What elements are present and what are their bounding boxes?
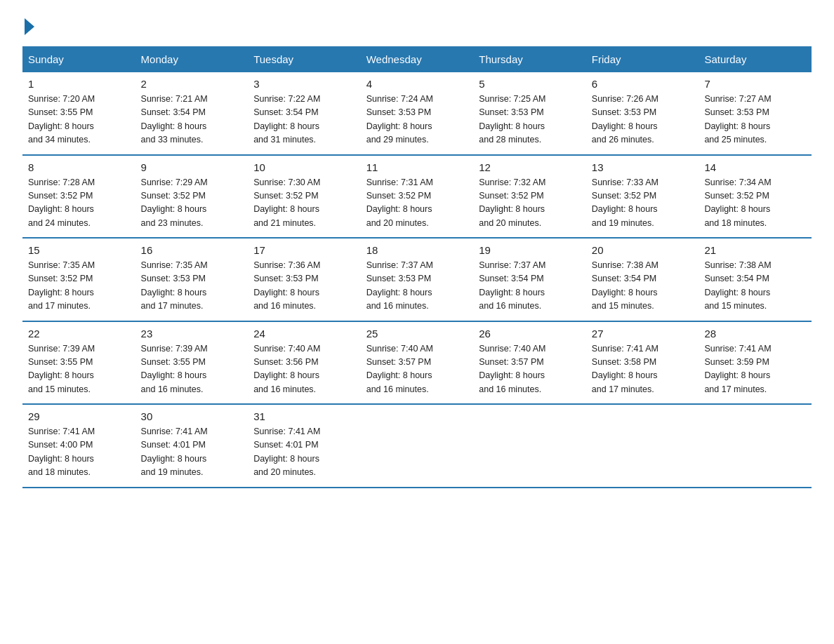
day-number: 26	[479, 328, 581, 340]
calendar-week-row: 1 Sunrise: 7:20 AM Sunset: 3:55 PM Dayli…	[22, 72, 812, 155]
day-info: Sunrise: 7:24 AM Sunset: 3:53 PM Dayligh…	[366, 93, 468, 147]
calendar-cell: 6 Sunrise: 7:26 AM Sunset: 3:53 PM Dayli…	[586, 72, 699, 155]
day-info: Sunrise: 7:37 AM Sunset: 3:54 PM Dayligh…	[479, 259, 581, 314]
day-number: 3	[253, 78, 355, 90]
day-number: 15	[28, 244, 130, 256]
day-number: 21	[704, 244, 806, 256]
day-info: Sunrise: 7:40 AM Sunset: 3:57 PM Dayligh…	[479, 342, 581, 397]
day-number: 27	[592, 328, 694, 340]
day-number: 25	[366, 328, 468, 340]
logo-arrow-icon	[25, 18, 34, 35]
day-info: Sunrise: 7:21 AM Sunset: 3:54 PM Dayligh…	[141, 93, 243, 147]
day-info: Sunrise: 7:38 AM Sunset: 3:54 PM Dayligh…	[592, 259, 694, 314]
calendar-cell: 25 Sunrise: 7:40 AM Sunset: 3:57 PM Dayl…	[361, 321, 474, 405]
day-number: 10	[253, 161, 355, 173]
day-number: 23	[141, 328, 243, 340]
day-number: 30	[141, 410, 243, 422]
day-info: Sunrise: 7:40 AM Sunset: 3:56 PM Dayligh…	[253, 342, 355, 397]
day-info: Sunrise: 7:35 AM Sunset: 3:52 PM Dayligh…	[28, 259, 130, 314]
calendar-cell: 24 Sunrise: 7:40 AM Sunset: 3:56 PM Dayl…	[248, 321, 361, 405]
day-number: 6	[592, 78, 694, 90]
calendar-cell: 3 Sunrise: 7:22 AM Sunset: 3:54 PM Dayli…	[248, 72, 361, 155]
calendar-cell: 28 Sunrise: 7:41 AM Sunset: 3:59 PM Dayl…	[699, 321, 812, 405]
day-info: Sunrise: 7:20 AM Sunset: 3:55 PM Dayligh…	[28, 93, 130, 147]
day-number: 29	[28, 410, 130, 422]
day-number: 5	[479, 78, 581, 90]
calendar-week-row: 29 Sunrise: 7:41 AM Sunset: 4:00 PM Dayl…	[22, 404, 812, 488]
day-number: 13	[592, 161, 694, 173]
day-number: 31	[253, 410, 355, 422]
header-friday: Friday	[586, 46, 699, 72]
calendar-cell: 15 Sunrise: 7:35 AM Sunset: 3:52 PM Dayl…	[22, 238, 135, 321]
day-number: 16	[141, 244, 243, 256]
day-info: Sunrise: 7:35 AM Sunset: 3:53 PM Dayligh…	[141, 259, 243, 314]
day-number: 4	[366, 78, 468, 90]
calendar-cell: 31 Sunrise: 7:41 AM Sunset: 4:01 PM Dayl…	[248, 404, 361, 488]
day-info: Sunrise: 7:39 AM Sunset: 3:55 PM Dayligh…	[28, 342, 130, 397]
day-number: 18	[366, 244, 468, 256]
day-info: Sunrise: 7:32 AM Sunset: 3:52 PM Dayligh…	[479, 176, 581, 231]
day-number: 14	[704, 161, 806, 173]
calendar-cell: 26 Sunrise: 7:40 AM Sunset: 3:57 PM Dayl…	[473, 321, 586, 405]
calendar-cell: 23 Sunrise: 7:39 AM Sunset: 3:55 PM Dayl…	[135, 321, 249, 405]
calendar-cell	[473, 404, 586, 488]
day-info: Sunrise: 7:30 AM Sunset: 3:52 PM Dayligh…	[253, 176, 355, 231]
day-number: 9	[141, 161, 243, 173]
day-info: Sunrise: 7:41 AM Sunset: 3:58 PM Dayligh…	[592, 342, 694, 397]
day-number: 19	[479, 244, 581, 256]
page-header	[22, 17, 812, 35]
calendar-cell: 12 Sunrise: 7:32 AM Sunset: 3:52 PM Dayl…	[473, 155, 586, 239]
header-thursday: Thursday	[473, 46, 586, 72]
calendar-week-row: 15 Sunrise: 7:35 AM Sunset: 3:52 PM Dayl…	[22, 238, 812, 321]
calendar-cell: 2 Sunrise: 7:21 AM Sunset: 3:54 PM Dayli…	[135, 72, 249, 155]
day-number: 2	[141, 78, 243, 90]
day-number: 28	[704, 328, 806, 340]
calendar-cell	[586, 404, 699, 488]
day-info: Sunrise: 7:41 AM Sunset: 3:59 PM Dayligh…	[704, 342, 806, 397]
day-number: 1	[28, 78, 130, 90]
calendar-cell: 10 Sunrise: 7:30 AM Sunset: 3:52 PM Dayl…	[248, 155, 361, 239]
day-info: Sunrise: 7:26 AM Sunset: 3:53 PM Dayligh…	[592, 93, 694, 147]
day-info: Sunrise: 7:39 AM Sunset: 3:55 PM Dayligh…	[141, 342, 243, 397]
calendar-cell: 9 Sunrise: 7:29 AM Sunset: 3:52 PM Dayli…	[135, 155, 249, 239]
calendar-cell: 11 Sunrise: 7:31 AM Sunset: 3:52 PM Dayl…	[361, 155, 474, 239]
day-info: Sunrise: 7:29 AM Sunset: 3:52 PM Dayligh…	[141, 176, 243, 231]
calendar-cell: 4 Sunrise: 7:24 AM Sunset: 3:53 PM Dayli…	[361, 72, 474, 155]
header-monday: Monday	[135, 46, 249, 72]
calendar-cell: 17 Sunrise: 7:36 AM Sunset: 3:53 PM Dayl…	[248, 238, 361, 321]
day-info: Sunrise: 7:34 AM Sunset: 3:52 PM Dayligh…	[704, 176, 806, 231]
day-number: 8	[28, 161, 130, 173]
logo	[22, 17, 34, 35]
calendar-cell: 16 Sunrise: 7:35 AM Sunset: 3:53 PM Dayl…	[135, 238, 249, 321]
calendar-cell: 19 Sunrise: 7:37 AM Sunset: 3:54 PM Dayl…	[473, 238, 586, 321]
day-info: Sunrise: 7:31 AM Sunset: 3:52 PM Dayligh…	[366, 176, 468, 231]
day-info: Sunrise: 7:41 AM Sunset: 4:00 PM Dayligh…	[28, 425, 130, 480]
day-number: 22	[28, 328, 130, 340]
day-info: Sunrise: 7:40 AM Sunset: 3:57 PM Dayligh…	[366, 342, 468, 397]
day-info: Sunrise: 7:38 AM Sunset: 3:54 PM Dayligh…	[704, 259, 806, 314]
header-saturday: Saturday	[699, 46, 812, 72]
day-number: 7	[704, 78, 806, 90]
day-info: Sunrise: 7:41 AM Sunset: 4:01 PM Dayligh…	[141, 425, 243, 480]
day-info: Sunrise: 7:28 AM Sunset: 3:52 PM Dayligh…	[28, 176, 130, 231]
calendar-cell: 18 Sunrise: 7:37 AM Sunset: 3:53 PM Dayl…	[361, 238, 474, 321]
calendar-cell: 21 Sunrise: 7:38 AM Sunset: 3:54 PM Dayl…	[699, 238, 812, 321]
day-info: Sunrise: 7:27 AM Sunset: 3:53 PM Dayligh…	[704, 93, 806, 147]
calendar-table: SundayMondayTuesdayWednesdayThursdayFrid…	[22, 46, 812, 488]
calendar-cell: 14 Sunrise: 7:34 AM Sunset: 3:52 PM Dayl…	[699, 155, 812, 239]
calendar-cell: 22 Sunrise: 7:39 AM Sunset: 3:55 PM Dayl…	[22, 321, 135, 405]
header-wednesday: Wednesday	[361, 46, 474, 72]
day-number: 20	[592, 244, 694, 256]
calendar-cell: 20 Sunrise: 7:38 AM Sunset: 3:54 PM Dayl…	[586, 238, 699, 321]
day-number: 17	[253, 244, 355, 256]
header-tuesday: Tuesday	[248, 46, 361, 72]
day-number: 24	[253, 328, 355, 340]
day-number: 12	[479, 161, 581, 173]
calendar-header-row: SundayMondayTuesdayWednesdayThursdayFrid…	[22, 46, 812, 72]
day-info: Sunrise: 7:41 AM Sunset: 4:01 PM Dayligh…	[253, 425, 355, 480]
calendar-cell: 27 Sunrise: 7:41 AM Sunset: 3:58 PM Dayl…	[586, 321, 699, 405]
calendar-cell: 29 Sunrise: 7:41 AM Sunset: 4:00 PM Dayl…	[22, 404, 135, 488]
day-info: Sunrise: 7:37 AM Sunset: 3:53 PM Dayligh…	[366, 259, 468, 314]
calendar-cell: 1 Sunrise: 7:20 AM Sunset: 3:55 PM Dayli…	[22, 72, 135, 155]
day-info: Sunrise: 7:25 AM Sunset: 3:53 PM Dayligh…	[479, 93, 581, 147]
